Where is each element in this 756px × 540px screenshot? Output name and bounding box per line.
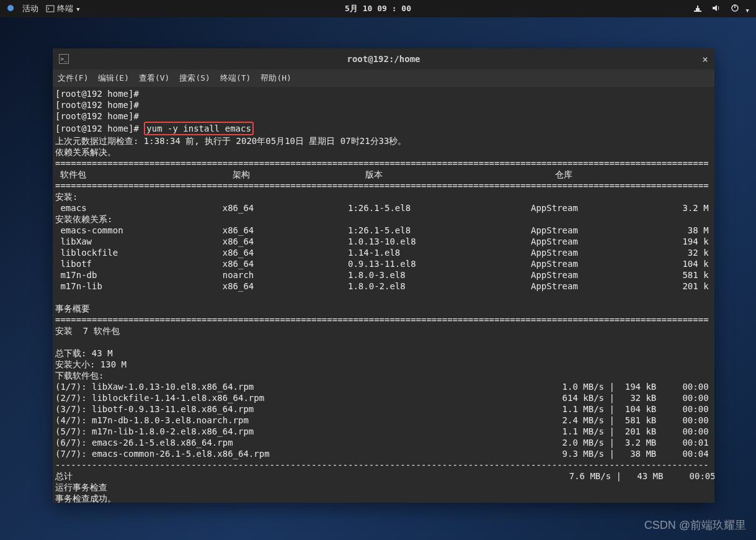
chevron-down-icon: ▾ <box>76 4 81 14</box>
window-title: root@192:/home <box>347 54 420 64</box>
terminal-app-indicator[interactable]: 终端 ▾ <box>46 3 81 14</box>
menu-view[interactable]: 查看(V) <box>139 73 169 84</box>
menu-help[interactable]: 帮助(H) <box>260 73 291 84</box>
svg-rect-1 <box>47 6 54 12</box>
activities-label[interactable]: 活动 <box>22 3 38 14</box>
terminal-window: >_ root@192:/home × 文件(F) 编辑(E) 查看(V) 搜索… <box>53 48 714 503</box>
activities-icon[interactable] <box>6 4 15 14</box>
menu-file[interactable]: 文件(F) <box>58 73 88 84</box>
clock[interactable]: 5月 10 09 : 00 <box>345 3 411 14</box>
menu-search[interactable]: 搜索(S) <box>179 73 210 84</box>
volume-icon[interactable] <box>711 3 721 15</box>
menubar: 文件(F) 编辑(E) 查看(V) 搜索(S) 终端(T) 帮助(H) <box>53 70 714 87</box>
watermark: CSDN @前端玖耀里 <box>644 518 746 533</box>
terminal-output[interactable]: [root@192 home]# [root@192 home]# [root@… <box>53 87 714 503</box>
terminal-app-label: 终端 <box>57 3 73 14</box>
gnome-topbar: 活动 终端 ▾ 5月 10 09 : 00 ▾ <box>0 0 756 17</box>
topbar-right: ▾ <box>693 3 750 15</box>
menu-terminal[interactable]: 终端(T) <box>220 73 251 84</box>
close-button[interactable]: × <box>702 53 708 65</box>
power-icon[interactable]: ▾ <box>730 3 750 15</box>
topbar-left: 活动 终端 ▾ <box>6 3 81 14</box>
menu-edit[interactable]: 编辑(E) <box>98 73 128 84</box>
window-titlebar[interactable]: >_ root@192:/home × <box>53 48 714 70</box>
svg-point-0 <box>7 5 14 11</box>
terminal-icon: >_ <box>59 54 69 64</box>
network-icon[interactable] <box>693 3 703 15</box>
